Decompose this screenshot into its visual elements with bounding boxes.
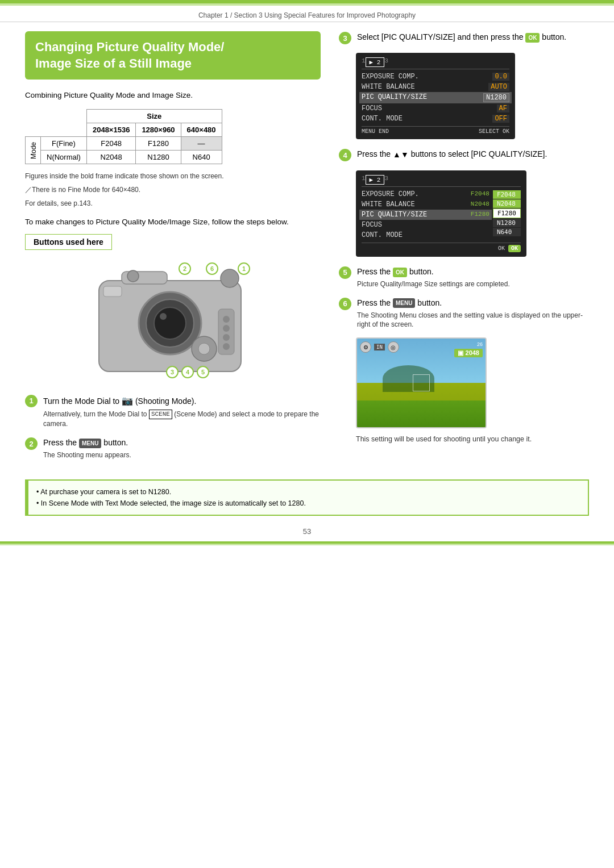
vallist-n1280: N1280 xyxy=(493,219,521,227)
row-normal-label: N(Normal) xyxy=(41,151,87,164)
screen1-header: 1 ▶ 2 3 xyxy=(362,57,509,69)
step-2: 2 Press the MENU button. The Shooting me… xyxy=(25,437,321,460)
row-fine-2048: F2048 xyxy=(86,137,135,151)
camera-icon: 📷 xyxy=(122,396,133,406)
s2-tab-1: 1 xyxy=(362,175,366,185)
val-pqs: N1280 xyxy=(483,93,509,102)
page-number: 53 xyxy=(0,516,614,541)
camera-svg xyxy=(82,258,264,383)
step-2-main: Press the MENU button. xyxy=(43,437,321,449)
step-4: 4 Press the ▲▼ buttons to select [PIC QU… xyxy=(339,148,589,162)
step-5-main: Press the OK button. xyxy=(357,266,589,278)
footnote1: Figures inside the bold frame indicate t… xyxy=(25,171,321,181)
svg-point-10 xyxy=(223,334,230,341)
step-6-content: Press the MENU button. The Shooting Menu… xyxy=(357,297,589,330)
vallist-f1280: F1280 xyxy=(493,208,521,218)
camera-diagram: 2 6 1 3 4 5 xyxy=(82,258,264,383)
vallist-n2048: N2048 xyxy=(493,199,521,208)
note-1: • At purchase your camera is set to N128… xyxy=(36,486,580,498)
step-4-num: 4 xyxy=(339,149,351,161)
photo-screen: ⚙ IN ◎ 26 ▣ 2048 xyxy=(356,337,487,428)
step-3-num: 3 xyxy=(339,32,351,44)
row-normal-2048: N2048 xyxy=(86,151,135,164)
note-2: • In Scene Mode with Text Mode selected,… xyxy=(36,498,580,509)
icon-circle-1: ⚙ xyxy=(360,341,371,353)
bottom-bars xyxy=(0,541,614,545)
svg-point-14 xyxy=(127,270,139,282)
camera-screen-2: 1 ▶ 2 3 EXPOSURE COMP. F2048 WHITE BALAN… xyxy=(356,170,526,257)
step-5-content: Press the OK button. Picture Quality/Ima… xyxy=(357,266,589,289)
step-6-num: 6 xyxy=(339,298,351,310)
step-2-content: Press the MENU button. The Shooting menu… xyxy=(43,437,321,460)
follow-steps-text: To make changes to Picture Quality Mode/… xyxy=(25,216,321,228)
row-fine-1280: F1280 xyxy=(136,137,181,151)
label-focus: FOCUS xyxy=(362,105,382,112)
svg-point-5 xyxy=(154,307,186,339)
footer-menu-end: MENU END xyxy=(362,128,389,135)
screen1-row-pqs: PIC QUALITY/SIZE N1280 xyxy=(359,92,512,103)
s2-row-cont: CONT. MODE xyxy=(362,230,489,240)
photo-frame-num: 26 xyxy=(477,341,483,347)
step-4-main: Press the ▲▼ buttons to select [PIC QUAL… xyxy=(357,148,589,161)
step-1: 1 Turn the Mode Dial to 📷 (Shooting Mode… xyxy=(25,394,321,429)
step-3-content: Select [PIC QUALITY/SIZE] and then press… xyxy=(357,31,589,45)
label-exposure: EXPOSURE COMP. xyxy=(362,73,419,81)
step-6: 6 Press the MENU button. The Shooting Me… xyxy=(339,297,589,330)
step-3-main: Select [PIC QUALITY/SIZE] and then press… xyxy=(357,31,589,43)
notes-box: • At purchase your camera is set to N128… xyxy=(25,479,589,516)
tab-1: 1 xyxy=(362,57,366,67)
photo-icons-row: ⚙ IN ◎ xyxy=(360,341,399,353)
ok-badge-screen2: OK xyxy=(508,245,521,252)
notes-wrapper: • At purchase your camera is set to N128… xyxy=(0,479,614,516)
s2-row-wb: WHITE BALANCE N2048 xyxy=(362,199,489,210)
screen2-rows: EXPOSURE COMP. F2048 WHITE BALANCE N2048… xyxy=(362,189,489,240)
screen1-row-cont: CONT. MODE OFF xyxy=(362,114,509,124)
val-cont: OFF xyxy=(492,115,509,123)
photo-badge-val: 2048 xyxy=(466,349,479,356)
row-fine-640: — xyxy=(181,137,222,151)
tab-3: 3 xyxy=(384,57,388,67)
s2-tab-3: 3 xyxy=(384,175,388,185)
footer-select-ok: SELECT OK xyxy=(479,128,509,135)
step-3: 3 Select [PIC QUALITY/SIZE] and then pre… xyxy=(339,31,589,45)
photo-size-badge: ▣ 2048 xyxy=(454,349,483,357)
col-1280: 1280×960 xyxy=(136,123,181,137)
screen2-vallist: F2048 N2048 F1280 N1280 N640 xyxy=(493,189,521,240)
in-badge: IN xyxy=(374,344,385,350)
screen2-footer: OK OK xyxy=(362,243,521,252)
s2-tab-2: ▶ 2 xyxy=(366,175,385,185)
svg-point-15 xyxy=(221,269,239,287)
diagram-label-4: 4 xyxy=(181,366,194,378)
scene-badge: SCENE xyxy=(149,410,172,419)
s2-label-wb: WHITE BALANCE xyxy=(362,201,415,208)
svg-point-9 xyxy=(223,325,230,332)
step-6-sub: The Shooting Menu closes and the setting… xyxy=(357,311,589,330)
col-2048: 2048×1536 xyxy=(86,123,135,137)
step-1-sub: Alternatively, turn the Mode Dial to SCE… xyxy=(43,410,321,429)
svg-point-8 xyxy=(223,316,230,323)
step-4-content: Press the ▲▼ buttons to select [PIC QUAL… xyxy=(357,148,589,162)
screen2-header: 1 ▶ 2 3 xyxy=(362,175,521,187)
screen1-row-focus: FOCUS AF xyxy=(362,103,509,114)
camera-screen-1: 1 ▶ 2 3 EXPOSURE COMP. 0.0 WHITE BALANCE… xyxy=(356,53,515,139)
step-2-num: 2 xyxy=(25,437,38,450)
s2-val-exposure: F2048 xyxy=(471,190,489,198)
col-640: 640×480 xyxy=(181,123,222,137)
svg-point-6 xyxy=(160,313,167,320)
left-column: Changing Picture Quality Mode/ Image Siz… xyxy=(25,31,321,468)
title-box: Changing Picture Quality Mode/ Image Siz… xyxy=(25,31,321,80)
diagram-label-2: 2 xyxy=(179,262,191,275)
s2-row-pqs: PIC QUALITY/SIZE F1280 xyxy=(359,210,492,220)
menu-badge-step6: MENU xyxy=(393,298,415,308)
footnote2: ／There is no Fine Mode for 640×480. xyxy=(25,185,321,195)
s2-label-exposure: EXPOSURE COMP. xyxy=(362,190,419,198)
diagram-label-1: 1 xyxy=(238,262,250,275)
crosshair xyxy=(413,374,430,391)
s2-val-pqs: F1280 xyxy=(471,211,489,219)
mode-label: Mode xyxy=(26,137,41,164)
step-5-num: 5 xyxy=(339,266,351,279)
val-exposure: 0.0 xyxy=(492,73,509,81)
svg-rect-2 xyxy=(103,286,122,297)
step-1-main: Turn the Mode Dial to 📷 (Shooting Mode). xyxy=(43,394,321,408)
s2-footer-ok: OK OK xyxy=(498,245,521,252)
